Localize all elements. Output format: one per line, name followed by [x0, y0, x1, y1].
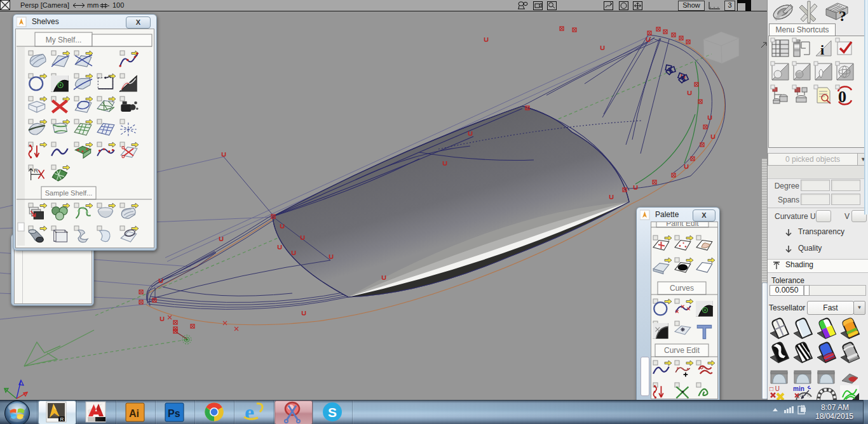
svg-text:S: S — [328, 405, 337, 420]
svg-text:□ U: □ U — [770, 385, 780, 392]
svg-text:Ai: Ai — [129, 408, 139, 419]
svg-text:My Shelf...: My Shelf... — [46, 36, 82, 44]
svg-text:Ps: Ps — [168, 408, 180, 419]
svg-text:Curves: Curves — [670, 284, 694, 293]
svg-text:Curve Edit: Curve Edit — [664, 346, 700, 355]
svg-text:?: ? — [839, 8, 846, 24]
svg-text:R: R — [60, 416, 64, 422]
svg-text:Sample Shelf...: Sample Shelf... — [45, 189, 93, 197]
svg-text:min: min — [793, 385, 804, 392]
svg-text:e: e — [245, 401, 254, 423]
svg-text:i: i — [820, 42, 824, 58]
